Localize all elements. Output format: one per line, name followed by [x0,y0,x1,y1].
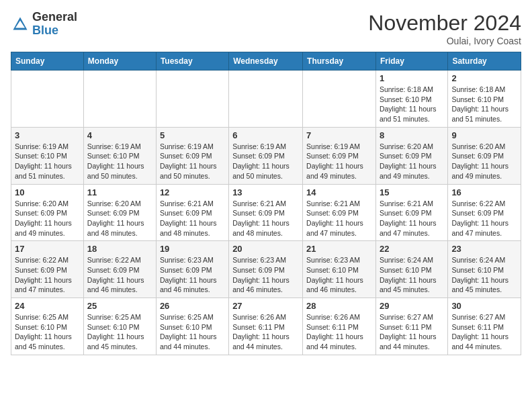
day-info: Sunrise: 6:27 AMSunset: 6:11 PMDaylight:… [451,312,517,352]
day-number: 21 [306,244,372,254]
day-number: 29 [380,301,444,311]
calendar-cell: 21Sunrise: 6:23 AMSunset: 6:10 PMDayligh… [303,241,376,298]
day-info: Sunrise: 6:19 AMSunset: 6:09 PMDaylight:… [160,142,225,181]
day-number: 17 [15,244,80,254]
calendar-cell: 9Sunrise: 6:20 AMSunset: 6:09 PMDaylight… [448,127,521,184]
day-info: Sunrise: 6:19 AMSunset: 6:10 PMDaylight:… [15,142,80,181]
logo-blue: Blue [32,24,58,37]
calendar-week: 1Sunrise: 6:18 AMSunset: 6:10 PMDaylight… [11,71,521,128]
calendar-cell: 12Sunrise: 6:21 AMSunset: 6:09 PMDayligh… [156,184,228,241]
day-number: 2 [451,73,517,83]
calendar-cell: 7Sunrise: 6:19 AMSunset: 6:09 PMDaylight… [303,127,376,184]
day-info: Sunrise: 6:24 AMSunset: 6:10 PMDaylight:… [380,255,444,295]
day-number: 13 [232,187,299,197]
logo-text: General Blue [32,11,77,38]
calendar-week: 10Sunrise: 6:20 AMSunset: 6:09 PMDayligh… [11,184,521,241]
calendar-cell: 11Sunrise: 6:20 AMSunset: 6:09 PMDayligh… [83,184,156,241]
day-info: Sunrise: 6:20 AMSunset: 6:09 PMDaylight:… [380,142,444,181]
calendar-cell [11,71,84,128]
day-number: 16 [451,187,517,197]
calendar-cell: 29Sunrise: 6:27 AMSunset: 6:11 PMDayligh… [375,298,447,355]
day-info: Sunrise: 6:19 AMSunset: 6:10 PMDaylight:… [87,142,152,181]
calendar-week: 3Sunrise: 6:19 AMSunset: 6:10 PMDaylight… [11,127,521,184]
calendar-cell: 14Sunrise: 6:21 AMSunset: 6:09 PMDayligh… [303,184,376,241]
calendar-cell: 4Sunrise: 6:19 AMSunset: 6:10 PMDaylight… [83,127,156,184]
day-info: Sunrise: 6:25 AMSunset: 6:10 PMDaylight:… [87,312,152,352]
calendar-cell: 17Sunrise: 6:22 AMSunset: 6:09 PMDayligh… [11,241,84,298]
day-info: Sunrise: 6:25 AMSunset: 6:10 PMDaylight:… [15,312,80,352]
calendar-cell: 6Sunrise: 6:19 AMSunset: 6:09 PMDaylight… [229,127,303,184]
day-number: 8 [380,130,444,140]
header: General Blue November 2024 Oulai, Ivory … [11,11,521,46]
calendar-cell: 5Sunrise: 6:19 AMSunset: 6:09 PMDaylight… [156,127,228,184]
day-number: 22 [380,244,444,254]
day-number: 23 [451,244,517,254]
day-info: Sunrise: 6:21 AMSunset: 6:09 PMDaylight:… [306,199,372,238]
day-info: Sunrise: 6:18 AMSunset: 6:10 PMDaylight:… [451,85,517,124]
calendar: SundayMondayTuesdayWednesdayThursdayFrid… [11,52,521,355]
day-number: 9 [451,130,517,140]
calendar-cell: 26Sunrise: 6:25 AMSunset: 6:10 PMDayligh… [156,298,228,355]
calendar-cell [83,71,156,128]
logo: General Blue [11,11,77,38]
day-info: Sunrise: 6:19 AMSunset: 6:09 PMDaylight:… [232,142,299,181]
day-info: Sunrise: 6:25 AMSunset: 6:10 PMDaylight:… [160,312,225,352]
day-info: Sunrise: 6:24 AMSunset: 6:10 PMDaylight:… [451,255,517,295]
day-number: 26 [160,301,225,311]
day-info: Sunrise: 6:26 AMSunset: 6:11 PMDaylight:… [232,312,299,352]
calendar-cell: 20Sunrise: 6:23 AMSunset: 6:09 PMDayligh… [229,241,303,298]
day-number: 19 [160,244,225,254]
day-number: 10 [15,187,80,197]
day-number: 18 [87,244,152,254]
day-info: Sunrise: 6:23 AMSunset: 6:09 PMDaylight:… [232,255,299,295]
day-info: Sunrise: 6:20 AMSunset: 6:09 PMDaylight:… [451,142,517,181]
calendar-cell: 8Sunrise: 6:20 AMSunset: 6:09 PMDaylight… [375,127,447,184]
calendar-cell: 19Sunrise: 6:23 AMSunset: 6:09 PMDayligh… [156,241,228,298]
day-number: 20 [232,244,299,254]
day-number: 30 [451,301,517,311]
day-number: 27 [232,301,299,311]
day-info: Sunrise: 6:19 AMSunset: 6:09 PMDaylight:… [306,142,372,181]
day-of-week-header: Saturday [448,52,521,71]
day-number: 5 [160,130,225,140]
calendar-cell: 30Sunrise: 6:27 AMSunset: 6:11 PMDayligh… [448,298,521,355]
calendar-cell [229,71,303,128]
location: Oulai, Ivory Coast [368,36,521,46]
day-number: 1 [380,73,444,83]
calendar-cell [303,71,376,128]
calendar-cell: 10Sunrise: 6:20 AMSunset: 6:09 PMDayligh… [11,184,84,241]
day-info: Sunrise: 6:21 AMSunset: 6:09 PMDaylight:… [380,199,444,238]
calendar-cell: 1Sunrise: 6:18 AMSunset: 6:10 PMDaylight… [375,71,447,128]
day-of-week-header: Monday [83,52,156,71]
calendar-cell: 13Sunrise: 6:21 AMSunset: 6:09 PMDayligh… [229,184,303,241]
day-number: 14 [306,187,372,197]
day-number: 24 [15,301,80,311]
logo-general: General [32,10,77,24]
day-number: 7 [306,130,372,140]
logo-icon [11,15,30,34]
calendar-cell: 23Sunrise: 6:24 AMSunset: 6:10 PMDayligh… [448,241,521,298]
day-info: Sunrise: 6:27 AMSunset: 6:11 PMDaylight:… [380,312,444,352]
calendar-cell: 25Sunrise: 6:25 AMSunset: 6:10 PMDayligh… [83,298,156,355]
title-block: November 2024 Oulai, Ivory Coast [368,11,521,46]
day-info: Sunrise: 6:22 AMSunset: 6:09 PMDaylight:… [451,199,517,238]
day-info: Sunrise: 6:20 AMSunset: 6:09 PMDaylight:… [15,199,80,238]
calendar-cell: 18Sunrise: 6:22 AMSunset: 6:09 PMDayligh… [83,241,156,298]
calendar-cell: 24Sunrise: 6:25 AMSunset: 6:10 PMDayligh… [11,298,84,355]
calendar-body: 1Sunrise: 6:18 AMSunset: 6:10 PMDaylight… [11,71,521,355]
day-number: 28 [306,301,372,311]
day-number: 12 [160,187,225,197]
day-info: Sunrise: 6:21 AMSunset: 6:09 PMDaylight:… [232,199,299,238]
calendar-cell: 2Sunrise: 6:18 AMSunset: 6:10 PMDaylight… [448,71,521,128]
day-info: Sunrise: 6:22 AMSunset: 6:09 PMDaylight:… [15,255,80,295]
calendar-header: SundayMondayTuesdayWednesdayThursdayFrid… [11,52,521,71]
day-number: 6 [232,130,299,140]
day-of-week-header: Wednesday [229,52,303,71]
day-of-week-header: Tuesday [156,52,228,71]
day-of-week-header: Sunday [11,52,84,71]
calendar-cell: 22Sunrise: 6:24 AMSunset: 6:10 PMDayligh… [375,241,447,298]
calendar-week: 24Sunrise: 6:25 AMSunset: 6:10 PMDayligh… [11,298,521,355]
day-number: 3 [15,130,80,140]
day-of-week-header: Friday [375,52,447,71]
day-info: Sunrise: 6:26 AMSunset: 6:11 PMDaylight:… [306,312,372,352]
